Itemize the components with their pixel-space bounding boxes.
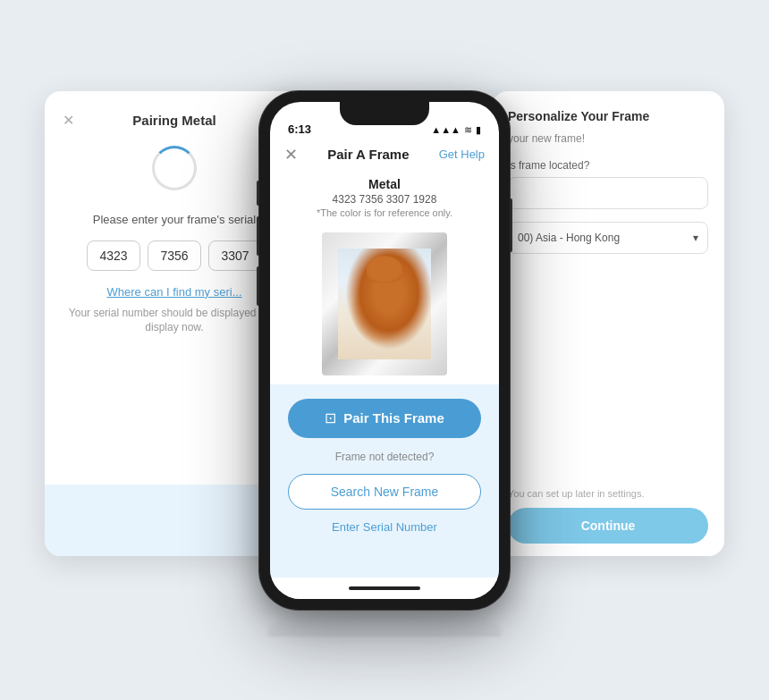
right-card-title: Personalize Your Frame [508,109,708,123]
mute-button [257,181,259,206]
home-indicator [270,578,499,599]
app-close-button[interactable]: ✕ [284,145,298,164]
chevron-down-icon: ▾ [693,232,698,244]
continue-label: Continue [581,519,636,533]
timezone-select[interactable]: 00) Asia - Hong Kong ▾ [508,222,708,254]
card-title: Pairing Metal [132,113,215,128]
frame-name: Metal [284,177,485,191]
card-header: ✕ Pairing Metal [63,113,286,128]
wifi-icon: ≋ [464,124,472,136]
serial-input-group: 4323 7356 3307 [63,240,286,271]
photo-frame [322,232,447,375]
volume-down-button [257,266,259,306]
app-header: ✕ Pair A Frame Get Help [270,141,499,173]
action-area: ⊡ Pair This Frame Frame not detected? Se… [270,384,499,578]
frame-image-area [270,227,499,384]
status-time: 6:13 [288,122,311,136]
search-new-frame-button[interactable]: Search New Frame [288,474,481,510]
signal-icon: ▲▲▲ [431,124,461,135]
frame-inner [338,249,431,359]
pair-frame-icon: ⊡ [325,409,336,426]
serial-hint: Your serial number should be displayed o… [63,306,286,336]
serial-box-1[interactable]: 4323 [87,240,140,271]
right-card-bottom: You can set up later in settings. Contin… [492,476,724,556]
volume-up-button [257,216,259,256]
home-bar [349,586,420,590]
phone-reflection [268,615,501,637]
loading-spinner [152,146,197,190]
frame-color-note: *The color is for reference only. [284,207,485,218]
phone-notch [340,102,429,125]
enter-serial-number-link[interactable]: Enter Serial Number [332,520,437,534]
right-card-subtitle: your new frame! [508,132,708,145]
serial-prompt: Please enter your frame's serial [63,212,286,228]
scene: ✕ Pairing Metal Please enter your frame'… [45,38,724,663]
status-icons: ▲▲▲ ≋ ▮ [431,124,481,136]
pair-this-frame-button[interactable]: ⊡ Pair This Frame [288,399,481,438]
get-help-link[interactable]: Get Help [439,148,485,161]
app-title: Pair A Frame [327,147,409,162]
search-button-label: Search New Frame [331,485,439,499]
personalize-frame-card: Personalize Your Frame your new frame! i… [492,91,724,556]
frame-not-detected-text: Frame not detected? [335,451,435,463]
frame-info: Metal 4323 7356 3307 1928 *The color is … [270,173,499,227]
serial-box-3[interactable]: 3307 [208,240,262,271]
timezone-value: 00) Asia - Hong Kong [518,232,620,244]
phone-screen: 6:13 ▲▲▲ ≋ ▮ ✕ Pair A Frame Get Help Met… [270,102,499,599]
location-label: is frame located? [508,159,708,172]
dog-photo [338,249,431,359]
serial-box-2[interactable]: 7356 [148,240,201,271]
continue-button[interactable]: Continue [508,508,708,544]
pair-button-label: Pair This Frame [343,410,444,426]
right-card-hint: You can set up later in settings. [508,488,708,499]
phone: 6:13 ▲▲▲ ≋ ▮ ✕ Pair A Frame Get Help Met… [259,91,510,610]
location-input[interactable] [508,177,708,209]
find-serial-link[interactable]: Where can I find my seri... [63,285,286,299]
power-button [510,198,512,252]
phone-body: 6:13 ▲▲▲ ≋ ▮ ✕ Pair A Frame Get Help Met… [259,91,510,610]
battery-icon: ▮ [476,124,481,136]
close-icon[interactable]: ✕ [63,112,74,129]
frame-serial: 4323 7356 3307 1928 [284,193,485,206]
spinner-container [63,146,286,190]
